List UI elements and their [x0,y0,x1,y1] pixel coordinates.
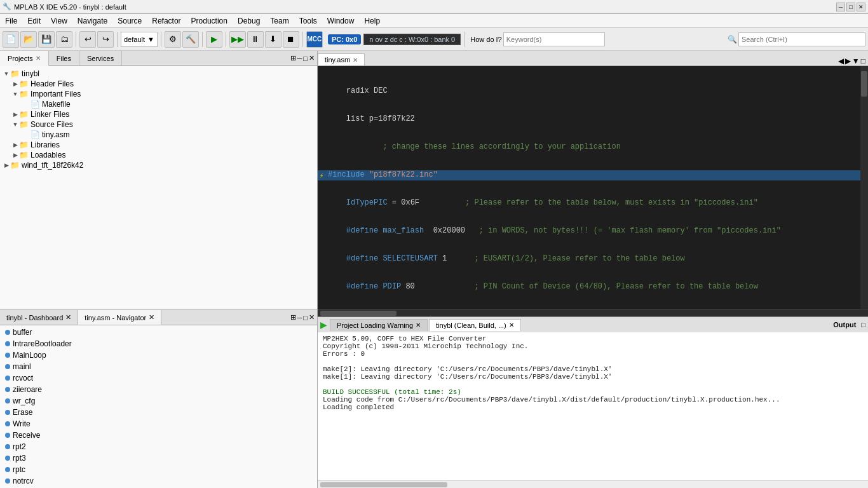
tree-toggle-libraries[interactable]: ▶ [11,142,19,148]
tab-files[interactable]: Files [49,51,79,65]
tree-item-header-files[interactable]: ▶ 📁 Header Files [0,79,317,89]
run-button[interactable]: ▶ [206,31,222,48]
close-button[interactable]: ✕ [857,3,865,11]
panel-collapse-icon[interactable]: ─ [297,55,302,62]
mcc-button[interactable]: MCC [306,31,323,48]
editor-vscroll[interactable] [860,66,868,309]
nav-label-ziieroare: ziieroare [13,385,42,394]
nav-item-rpt3[interactable]: rpt3 [0,452,317,464]
menu-help[interactable]: Help [359,14,385,27]
tree-item-source-files[interactable]: ▼ 📁 Source Files [0,119,317,130]
nav-panel-options-icon[interactable]: ⊞ [290,313,296,322]
close-build-tab-icon[interactable]: ✕ [509,322,514,329]
close-dashboard-icon[interactable]: ✕ [65,313,71,322]
panel-close-icon[interactable]: ✕ [309,54,315,62]
tab-dashboard[interactable]: tinybl - Dashboard ✕ [0,310,78,325]
tree-toggle-root[interactable]: ▼ [3,71,10,77]
nav-item-rcvoct[interactable]: rcvoct [0,372,317,384]
save-button[interactable]: 💾 [38,31,55,48]
tree-toggle-important[interactable]: ▼ [11,91,19,97]
menu-refactor[interactable]: Refactor [147,14,186,27]
tab-services[interactable]: Services [79,51,122,65]
nav-bullet [5,410,10,415]
menu-production[interactable]: Production [186,14,233,27]
output-tab-warning[interactable]: Project Loading Warning ✕ [330,319,428,331]
tree-item-libraries[interactable]: ▶ 📁 Libraries [0,140,317,150]
tree-item-important-files[interactable]: ▼ 📁 Important Files [0,89,317,99]
nav-item-wr-cfg[interactable]: wr_cfg [0,395,317,407]
configure-button[interactable]: ⚙ [165,31,181,48]
panel-options-icon[interactable]: ⊞ [290,54,296,62]
close-editor-tab-icon[interactable]: ✕ [353,57,358,64]
close-navigator-icon[interactable]: ✕ [149,313,154,322]
menu-view[interactable]: View [46,14,72,27]
config-dropdown[interactable]: default ▼ [121,32,158,47]
open-button[interactable]: 📂 [20,31,37,48]
tab-menu-icon[interactable]: ▼ [852,57,860,65]
nav-item-rptc[interactable]: rptc [0,464,317,475]
save-all-button[interactable]: 🗂 [56,31,72,48]
tree-toggle-header[interactable]: ▶ [11,81,19,87]
minimize-button[interactable]: ─ [836,3,845,11]
editor-tab-tiny-asm[interactable]: tiny.asm ✕ [318,53,365,65]
program-button[interactable]: ⬇ [265,31,281,48]
stop-button[interactable]: ⏹ [283,31,299,48]
nav-panel-collapse-icon[interactable]: ─ [297,314,302,322]
code-line-6: #define max_flash 0x20000 ; in WORDS, no… [318,226,860,236]
nav-item-intrare[interactable]: IntrareBootloader [0,338,317,349]
editor-hscroll[interactable] [318,309,868,316]
menu-debug[interactable]: Debug [233,14,265,27]
tree-toggle-wind-tft[interactable]: ▶ [3,162,10,168]
redo-button[interactable]: ↪ [97,31,114,48]
nav-panel-close-icon[interactable]: ✕ [309,313,315,322]
debug-pause-button[interactable]: ⏸ [247,31,264,48]
howdoi-input[interactable] [503,32,605,46]
tab-navigator[interactable]: tiny.asm - Navigator ✕ [78,310,161,325]
nav-item-mainloop[interactable]: MainLoop [0,349,317,361]
close-projects-icon[interactable]: ✕ [36,55,41,62]
nav-item-receive[interactable]: Receive [0,430,317,441]
menu-tools[interactable]: Tools [294,14,322,27]
tree-toggle-loadables[interactable]: ▶ [11,152,19,158]
tree-item-linker-files[interactable]: ▶ 📁 Linker Files [0,109,317,119]
menu-navigate[interactable]: Navigate [72,14,112,27]
nav-item-mainl[interactable]: mainl [0,361,317,372]
menu-file[interactable]: File [0,14,22,27]
output-maximize-icon[interactable]: □ [861,321,865,329]
build-button[interactable]: 🔨 [182,31,199,48]
tree-item-wind-tft[interactable]: ▶ 📁 wind_tft_18f26k42 [0,160,317,170]
new-file-button[interactable]: 📄 [3,31,19,48]
output-tab-build[interactable]: tinybl (Clean, Build, ...) ✕ [429,319,521,331]
editor-body[interactable]: radix DEC list p=18f87k22 ; change these… [318,66,860,309]
close-warning-tab-icon[interactable]: ✕ [416,322,421,329]
tree-toggle-source[interactable]: ▼ [11,121,19,128]
nav-bullet [5,467,10,472]
menu-source[interactable]: Source [112,14,147,27]
tree-item-tiny-asm[interactable]: 📄 tiny.asm [0,130,317,140]
menu-edit[interactable]: Edit [22,14,46,27]
nav-item-buffer[interactable]: buffer [0,327,317,338]
panel-maximize-icon[interactable]: □ [303,55,308,62]
tab-maximize-icon[interactable]: □ [861,57,865,65]
tab-scroll-right-icon[interactable]: ▶ [845,57,851,65]
nav-item-notrcv[interactable]: notrcv [0,475,317,487]
nav-item-erase[interactable]: Erase [0,407,317,418]
tree-item-makefile[interactable]: 📄 Makefile [0,99,317,109]
nav-item-rpt2[interactable]: rpt2 [0,441,317,452]
output-hscroll[interactable] [318,480,868,488]
menu-window[interactable]: Window [322,14,360,27]
debug-run-button[interactable]: ▶▶ [229,31,246,48]
nav-item-ziieroare[interactable]: ziieroare [0,384,317,395]
nav-item-write[interactable]: Write [0,418,317,430]
tree-root-tinybl[interactable]: ▼ 📁 tinybl [0,69,317,79]
output-play-icon[interactable]: ▶ [320,320,327,330]
menu-team[interactable]: Team [265,14,294,27]
tab-projects[interactable]: Projects ✕ [0,51,49,66]
search-input[interactable] [738,32,865,46]
tab-scroll-left-icon[interactable]: ◀ [838,57,844,65]
tree-toggle-linker[interactable]: ▶ [11,111,19,118]
maximize-button[interactable]: □ [846,3,855,11]
nav-panel-maximize-icon[interactable]: □ [303,314,308,322]
undo-button[interactable]: ↩ [79,31,96,48]
tree-item-loadables[interactable]: ▶ 📁 Loadables [0,150,317,160]
